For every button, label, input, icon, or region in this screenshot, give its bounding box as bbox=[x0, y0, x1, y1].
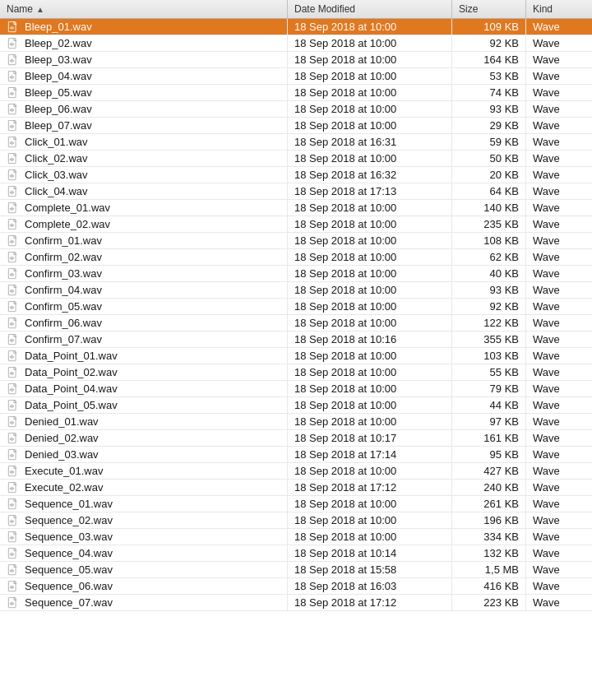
size-header-label: Size bbox=[459, 3, 478, 15]
audio-file-icon bbox=[7, 333, 20, 346]
file-date-cell: 18 Sep 2018 at 10:00 bbox=[288, 282, 452, 298]
table-row[interactable]: Confirm_04.wav18 Sep 2018 at 10:0093 KBW… bbox=[0, 282, 592, 299]
audio-file-icon bbox=[7, 136, 20, 149]
file-name-cell: Denied_01.wav bbox=[0, 414, 288, 429]
table-row[interactable]: Complete_02.wav18 Sep 2018 at 10:00235 K… bbox=[0, 216, 592, 233]
table-row[interactable]: Confirm_05.wav18 Sep 2018 at 10:0092 KBW… bbox=[0, 299, 592, 315]
file-size-cell: 29 KB bbox=[452, 118, 526, 133]
table-row[interactable]: Bleep_03.wav18 Sep 2018 at 10:00164 KBWa… bbox=[0, 52, 592, 68]
file-kind-cell: Wave bbox=[526, 134, 592, 150]
table-row[interactable]: Bleep_01.wav18 Sep 2018 at 10:00109 KBWa… bbox=[0, 19, 592, 35]
table-row[interactable]: Confirm_07.wav18 Sep 2018 at 10:16355 KB… bbox=[0, 331, 592, 348]
file-kind-cell: Wave bbox=[526, 315, 592, 331]
audio-file-icon bbox=[7, 514, 20, 527]
table-row[interactable]: Bleep_05.wav18 Sep 2018 at 10:0074 KBWav… bbox=[0, 85, 592, 101]
file-date-cell: 18 Sep 2018 at 10:00 bbox=[288, 151, 452, 166]
file-date-cell: 18 Sep 2018 at 10:00 bbox=[288, 233, 452, 248]
file-date-cell: 18 Sep 2018 at 10:00 bbox=[288, 35, 452, 51]
table-row[interactable]: Sequence_04.wav18 Sep 2018 at 10:14132 K… bbox=[0, 545, 592, 562]
audio-file-icon bbox=[7, 169, 20, 182]
file-date-cell: 18 Sep 2018 at 10:00 bbox=[288, 496, 452, 512]
table-row[interactable]: Complete_01.wav18 Sep 2018 at 10:00140 K… bbox=[0, 200, 592, 216]
file-name-text: Confirm_07.wav bbox=[25, 333, 102, 345]
table-row[interactable]: Denied_03.wav18 Sep 2018 at 17:1495 KBWa… bbox=[0, 447, 592, 463]
audio-file-icon bbox=[7, 86, 20, 100]
file-name-text: Sequence_02.wav bbox=[25, 514, 113, 526]
table-row[interactable]: Execute_02.wav18 Sep 2018 at 17:12240 KB… bbox=[0, 480, 592, 496]
file-size-cell: 55 KB bbox=[452, 364, 526, 380]
name-column-header[interactable]: Name ▲ bbox=[0, 0, 288, 18]
table-row[interactable]: Confirm_02.wav18 Sep 2018 at 10:0062 KBW… bbox=[0, 249, 592, 266]
table-row[interactable]: Confirm_03.wav18 Sep 2018 at 10:0040 KBW… bbox=[0, 266, 592, 282]
file-name-cell: Data_Point_04.wav bbox=[0, 381, 288, 396]
audio-file-icon bbox=[7, 350, 20, 363]
file-size-cell: 334 KB bbox=[452, 529, 526, 545]
table-row[interactable]: Confirm_01.wav18 Sep 2018 at 10:00108 KB… bbox=[0, 233, 592, 249]
file-kind-cell: Wave bbox=[526, 233, 592, 248]
file-name-cell: Execute_02.wav bbox=[0, 480, 288, 495]
table-row[interactable]: Sequence_01.wav18 Sep 2018 at 10:00261 K… bbox=[0, 496, 592, 512]
file-kind-cell: Wave bbox=[526, 545, 592, 561]
file-kind-cell: Wave bbox=[526, 430, 592, 446]
file-size-cell: 93 KB bbox=[452, 101, 526, 117]
file-size-cell: 132 KB bbox=[452, 545, 526, 561]
table-row[interactable]: Data_Point_04.wav18 Sep 2018 at 10:0079 … bbox=[0, 381, 592, 397]
table-row[interactable]: Sequence_07.wav18 Sep 2018 at 17:12223 K… bbox=[0, 595, 592, 611]
date-column-header[interactable]: Date Modified bbox=[288, 0, 452, 18]
table-row[interactable]: Click_04.wav18 Sep 2018 at 17:1364 KBWav… bbox=[0, 183, 592, 200]
kind-column-header[interactable]: Kind bbox=[526, 0, 592, 18]
table-row[interactable]: Bleep_02.wav18 Sep 2018 at 10:0092 KBWav… bbox=[0, 35, 592, 52]
file-date-cell: 18 Sep 2018 at 17:12 bbox=[288, 480, 452, 495]
file-date-cell: 18 Sep 2018 at 10:00 bbox=[288, 299, 452, 314]
audio-file-icon bbox=[7, 432, 20, 445]
file-name-text: Bleep_05.wav bbox=[25, 86, 92, 99]
file-name-cell: Sequence_05.wav bbox=[0, 562, 288, 577]
file-date-cell: 18 Sep 2018 at 17:13 bbox=[288, 183, 452, 199]
file-date-cell: 18 Sep 2018 at 10:00 bbox=[288, 200, 452, 216]
file-kind-cell: Wave bbox=[526, 414, 592, 429]
table-row[interactable]: Sequence_06.wav18 Sep 2018 at 16:03416 K… bbox=[0, 578, 592, 595]
table-row[interactable]: Data_Point_02.wav18 Sep 2018 at 10:0055 … bbox=[0, 364, 592, 381]
file-kind-cell: Wave bbox=[526, 381, 592, 396]
file-browser: Name ▲ Date Modified Size Kind Bleep_01.… bbox=[0, 0, 592, 611]
table-row[interactable]: Click_02.wav18 Sep 2018 at 10:0050 KBWav… bbox=[0, 151, 592, 167]
table-row[interactable]: Denied_01.wav18 Sep 2018 at 10:0097 KBWa… bbox=[0, 414, 592, 430]
table-row[interactable]: Bleep_06.wav18 Sep 2018 at 10:0093 KBWav… bbox=[0, 101, 592, 118]
file-size-cell: 109 KB bbox=[452, 19, 526, 35]
file-kind-cell: Wave bbox=[526, 200, 592, 216]
table-row[interactable]: Click_01.wav18 Sep 2018 at 16:3159 KBWav… bbox=[0, 134, 592, 151]
file-name-cell: Sequence_07.wav bbox=[0, 595, 288, 610]
table-row[interactable]: Sequence_05.wav18 Sep 2018 at 15:581,5 M… bbox=[0, 562, 592, 578]
table-row[interactable]: Data_Point_05.wav18 Sep 2018 at 10:0044 … bbox=[0, 397, 592, 414]
table-row[interactable]: Confirm_06.wav18 Sep 2018 at 10:00122 KB… bbox=[0, 315, 592, 331]
file-kind-cell: Wave bbox=[526, 118, 592, 133]
file-date-cell: 18 Sep 2018 at 10:14 bbox=[288, 545, 452, 561]
table-row[interactable]: Sequence_03.wav18 Sep 2018 at 10:00334 K… bbox=[0, 529, 592, 545]
table-row[interactable]: Data_Point_01.wav18 Sep 2018 at 10:00103… bbox=[0, 348, 592, 364]
file-size-cell: 416 KB bbox=[452, 578, 526, 594]
column-headers[interactable]: Name ▲ Date Modified Size Kind bbox=[0, 0, 592, 19]
table-row[interactable]: Bleep_07.wav18 Sep 2018 at 10:0029 KBWav… bbox=[0, 118, 592, 134]
file-size-cell: 427 KB bbox=[452, 463, 526, 479]
file-kind-cell: Wave bbox=[526, 299, 592, 314]
table-row[interactable]: Click_03.wav18 Sep 2018 at 16:3220 KBWav… bbox=[0, 167, 592, 183]
table-row[interactable]: Bleep_04.wav18 Sep 2018 at 10:0053 KBWav… bbox=[0, 68, 592, 85]
file-name-text: Sequence_04.wav bbox=[25, 547, 113, 559]
file-size-cell: 53 KB bbox=[452, 68, 526, 84]
date-header-label: Date Modified bbox=[294, 3, 355, 15]
file-size-cell: 79 KB bbox=[452, 381, 526, 396]
table-row[interactable]: Sequence_02.wav18 Sep 2018 at 10:00196 K… bbox=[0, 512, 592, 529]
file-name-text: Denied_02.wav bbox=[25, 432, 99, 444]
audio-file-icon bbox=[7, 70, 20, 83]
audio-file-icon bbox=[7, 448, 20, 461]
file-size-cell: 44 KB bbox=[452, 397, 526, 413]
audio-file-icon bbox=[7, 37, 20, 50]
file-size-cell: 62 KB bbox=[452, 249, 526, 265]
audio-file-icon bbox=[7, 202, 20, 215]
table-row[interactable]: Execute_01.wav18 Sep 2018 at 10:00427 KB… bbox=[0, 463, 592, 480]
audio-file-icon bbox=[7, 234, 20, 248]
table-row[interactable]: Denied_02.wav18 Sep 2018 at 10:17161 KBW… bbox=[0, 430, 592, 447]
file-name-cell: Denied_03.wav bbox=[0, 447, 288, 462]
size-column-header[interactable]: Size bbox=[452, 0, 526, 18]
file-date-cell: 18 Sep 2018 at 16:32 bbox=[288, 167, 452, 183]
